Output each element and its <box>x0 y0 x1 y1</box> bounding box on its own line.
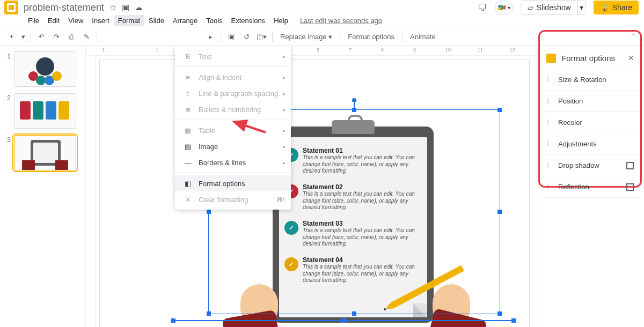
lock-icon: 🔒 <box>600 3 609 12</box>
cloud-status-icon[interactable]: ☁ <box>135 3 143 12</box>
canvas[interactable]: 1 1 2 3 4 5 6 7 8 9 10 11 12 Statement 0… <box>86 46 537 327</box>
new-slide-button[interactable]: ＋ <box>4 29 18 43</box>
checkbox[interactable] <box>626 162 634 169</box>
crop-handle[interactable] <box>341 318 346 323</box>
last-edit-link[interactable]: Last edit was seconds ago <box>300 17 382 25</box>
panel-row-size-rotation[interactable]: 〉Size & Rotation <box>540 69 640 91</box>
crop-handle[interactable] <box>171 318 175 323</box>
panel-row-adjustments[interactable]: 〉Adjustments <box>540 133 640 155</box>
resize-handle[interactable] <box>497 311 502 316</box>
star-icon[interactable]: ☆ <box>109 3 116 12</box>
menu-item-image[interactable]: ▨Image▸ <box>175 138 291 154</box>
resize-handle[interactable] <box>497 210 502 214</box>
submenu-arrow-icon: ▸ <box>283 54 286 60</box>
rotate-handle[interactable] <box>352 98 356 102</box>
menu-item-label: Line & paragraph spacing <box>199 90 278 98</box>
crop-guide[interactable] <box>171 320 516 321</box>
move-icon[interactable]: ▣ <box>122 3 129 12</box>
paint-format-button[interactable]: ✎ <box>79 29 93 43</box>
menu-extensions[interactable]: Extensions <box>227 15 270 26</box>
resize-handle[interactable] <box>352 311 356 316</box>
ruler-tick: 6 <box>317 47 319 53</box>
panel-row-label: Position <box>558 97 634 105</box>
menu-file[interactable]: File <box>24 15 43 26</box>
format-options-panel: Format options × 〉Size & Rotation〉Positi… <box>537 46 644 327</box>
panel-row-drop-shadow[interactable]: 〉Drop shadow <box>540 155 640 176</box>
menu-item-label: Image <box>199 143 218 151</box>
animate-button[interactable]: Animate <box>406 33 440 41</box>
print-button[interactable]: ⎙ <box>64 29 78 43</box>
menu-item-borders-lines[interactable]: —Borders & lines▸ <box>175 154 291 170</box>
crop-handle[interactable] <box>511 318 516 323</box>
menu-item-label: Borders & lines <box>199 159 246 167</box>
reset-button[interactable]: ↺ <box>239 29 253 43</box>
ruler-tick: 9 <box>413 47 416 53</box>
resize-handle[interactable] <box>352 108 356 112</box>
menu-item-icon: ▨ <box>182 143 193 151</box>
panel-row-label: Reflection <box>558 183 626 191</box>
mask-image-button[interactable]: ▸ <box>203 29 217 43</box>
menu-bar: File Edit View Insert Format Slide Arran… <box>0 14 644 27</box>
share-button[interactable]: 🔒 Share <box>594 1 639 14</box>
replace-image-button[interactable]: Replace image ▾ <box>276 33 336 41</box>
menu-arrange[interactable]: Arrange <box>169 15 202 26</box>
panel-row-recolor[interactable]: 〉Recolor <box>540 112 640 133</box>
menu-help[interactable]: Help <box>269 15 292 26</box>
thumb-row[interactable]: 3 <box>3 135 82 170</box>
close-icon[interactable]: × <box>628 53 634 64</box>
new-slide-dropdown[interactable]: ▾ <box>19 29 27 43</box>
slide-thumbnail-2[interactable] <box>14 93 76 129</box>
comments-icon[interactable]: 🗨 <box>478 2 487 13</box>
menu-view[interactable]: View <box>64 15 87 26</box>
menu-item-icon: B <box>182 53 193 61</box>
resize-handle[interactable] <box>207 210 211 214</box>
filmstrip[interactable]: 1 2 3 <box>0 46 86 327</box>
submenu-arrow-icon: ▸ <box>283 91 286 96</box>
ruler-tick: 7 <box>349 47 352 53</box>
present-icon: ▱ <box>528 3 533 12</box>
thumb-row[interactable]: 1 <box>3 51 82 87</box>
ruler-tick: 8 <box>381 47 384 53</box>
panel-row-label: Size & Rotation <box>558 76 634 84</box>
svg-line-4 <box>234 122 266 132</box>
redo-button[interactable]: ↷ <box>49 29 63 43</box>
menu-edit[interactable]: Edit <box>43 15 64 26</box>
slide-thumbnail-1[interactable] <box>14 51 76 87</box>
menu-tools[interactable]: Tools <box>202 15 226 26</box>
ruler-tick: 1 <box>102 47 105 53</box>
menu-item-align-indent: ≡Align & indent▸ <box>175 69 291 85</box>
panel-header: Format options × <box>540 48 640 69</box>
menu-item-clear-formatting: ✕Clear formatting⌘\ <box>175 191 291 207</box>
menu-insert[interactable]: Insert <box>87 15 114 26</box>
annotation-arrow-icon <box>231 119 268 137</box>
meet-icon <box>497 3 507 12</box>
submenu-arrow-icon: ▸ <box>283 144 286 150</box>
slideshow-dropdown[interactable]: ▾ <box>577 0 586 15</box>
resize-handle[interactable] <box>207 311 211 316</box>
annotation-highlight-box: Format options × 〉Size & Rotation〉Positi… <box>538 30 642 188</box>
menu-format[interactable]: Format <box>114 15 144 26</box>
slide-thumbnail-3[interactable] <box>14 135 76 170</box>
thumb-row[interactable]: 2 <box>3 93 82 129</box>
menu-item-icon: ▦ <box>182 127 193 135</box>
slideshow-button[interactable]: ▱ Slideshow <box>521 0 578 15</box>
document-title[interactable]: problem-statement <box>24 2 104 13</box>
header-right-tools: 🗨 ▾ ▱ Slideshow ▾ 🔒 Share <box>478 1 639 14</box>
svg-rect-2 <box>499 8 501 10</box>
menu-slide[interactable]: Slide <box>144 15 169 26</box>
format-options-button[interactable]: Format options <box>343 33 399 41</box>
resize-handle[interactable] <box>497 108 502 112</box>
undo-button[interactable]: ↶ <box>34 29 48 43</box>
meet-button[interactable]: ▾ <box>495 1 513 14</box>
mask-dropdown[interactable]: ◫▾ <box>254 29 269 43</box>
menu-item-label: Text <box>199 53 211 61</box>
vertical-ruler <box>86 56 96 327</box>
chevron-right-icon: 〉 <box>546 118 553 127</box>
panel-row-position[interactable]: 〉Position <box>540 91 640 112</box>
checkbox[interactable] <box>626 183 634 191</box>
crop-button[interactable]: ▣ <box>224 29 238 43</box>
horizontal-ruler: 1 1 2 3 4 5 6 7 8 9 10 11 12 <box>86 46 537 56</box>
panel-row-reflection[interactable]: 〉Reflection <box>540 176 640 198</box>
slideshow-label: Slideshow <box>537 3 571 12</box>
menu-item-format-options[interactable]: ◧Format options <box>175 175 291 191</box>
